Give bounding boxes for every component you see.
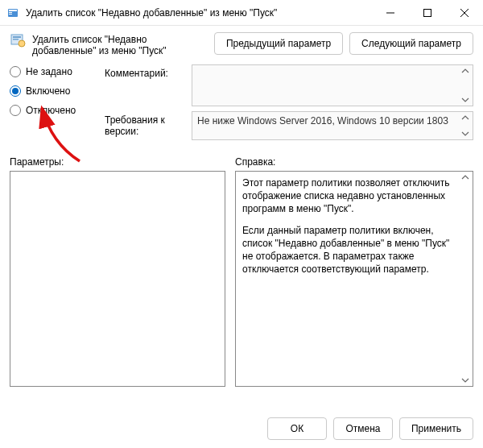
policy-icon — [10, 32, 26, 48]
radio-enabled[interactable]: Включено — [10, 85, 98, 97]
maximize-button[interactable] — [409, 0, 446, 25]
app-icon — [6, 6, 19, 19]
previous-setting-button[interactable]: Предыдущий параметр — [214, 32, 343, 55]
radio-label: Не задано — [26, 66, 72, 77]
svg-rect-10 — [13, 39, 19, 40]
requirements-box: Не ниже Windows Server 2016, Windows 10 … — [192, 111, 473, 140]
dialog-footer: ОК Отмена Применить — [267, 417, 473, 440]
requirements-value: Не ниже Windows Server 2016, Windows 10 … — [197, 115, 448, 127]
svg-rect-1 — [9, 10, 17, 11]
radio-disabled[interactable]: Отключено — [10, 105, 98, 116]
policy-title: Удалить список "Недавно добавленные" из … — [32, 32, 208, 56]
svg-rect-5 — [424, 9, 431, 16]
window-title: Удалить список "Недавно добавленные" из … — [26, 7, 372, 19]
radio-label: Включено — [26, 85, 70, 97]
radio-circle-icon — [10, 105, 21, 116]
radio-not-configured[interactable]: Не задано — [10, 66, 98, 77]
chevron-up-icon[interactable] — [460, 114, 471, 122]
comment-textarea[interactable] — [192, 64, 473, 106]
cancel-button[interactable]: Отмена — [333, 417, 393, 440]
chevron-up-icon[interactable] — [460, 67, 471, 75]
chevron-down-icon[interactable] — [460, 130, 471, 138]
help-label: Справка: — [235, 156, 275, 168]
titlebar: Удалить список "Недавно добавленные" из … — [0, 0, 483, 26]
radio-circle-icon — [10, 85, 21, 97]
svg-rect-3 — [9, 14, 12, 15]
window-controls — [372, 0, 483, 25]
apply-button[interactable]: Применить — [399, 417, 473, 440]
chevron-down-icon[interactable] — [460, 96, 471, 104]
chevron-down-icon[interactable] — [460, 376, 471, 384]
svg-point-11 — [19, 40, 25, 47]
radio-circle-icon — [10, 66, 21, 77]
help-paragraph: Этот параметр политики позволяет отключи… — [242, 176, 458, 216]
help-paragraph: Если данный параметр политики включен, с… — [242, 224, 458, 276]
ok-button[interactable]: ОК — [267, 417, 327, 440]
next-setting-button[interactable]: Следующий параметр — [349, 32, 473, 55]
radio-label: Отключено — [26, 105, 76, 116]
close-button[interactable] — [446, 0, 483, 25]
parameters-panel — [10, 171, 225, 387]
comment-label: Комментарий: — [105, 64, 185, 79]
minimize-button[interactable] — [372, 0, 409, 25]
state-radio-group: Не задано Включено Отключено — [10, 64, 98, 116]
chevron-up-icon[interactable] — [460, 173, 471, 181]
requirements-label: Требования к версии: — [105, 111, 185, 137]
svg-rect-9 — [13, 36, 21, 38]
parameters-label: Параметры: — [10, 156, 225, 168]
svg-rect-2 — [9, 12, 12, 13]
help-panel: Этот параметр политики позволяет отключи… — [235, 171, 473, 387]
